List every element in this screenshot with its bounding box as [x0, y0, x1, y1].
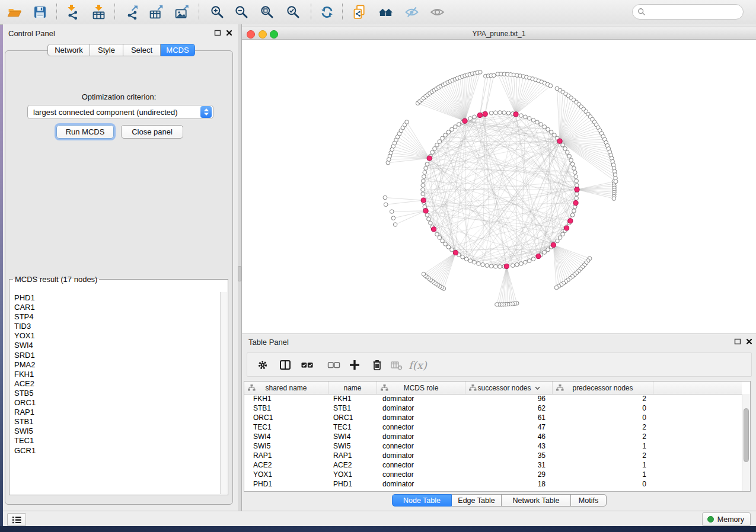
network-node[interactable]	[531, 118, 535, 123]
mcds-result-item[interactable]: SWI4	[14, 341, 227, 350]
open-session-button[interactable]	[4, 2, 24, 22]
table-row[interactable]: FKH1FKH1dominator962	[244, 394, 742, 403]
network-node[interactable]	[498, 111, 502, 115]
zoom-in-button[interactable]	[207, 2, 227, 22]
hide-selected-button[interactable]	[401, 2, 422, 22]
import-network-button[interactable]	[61, 2, 81, 22]
network-node[interactable]	[457, 123, 461, 127]
column-header-predecessors[interactable]: predecessor nodes	[553, 382, 653, 394]
network-node[interactable]	[423, 205, 427, 209]
network-mcds-node[interactable]	[536, 254, 541, 258]
network-node[interactable]	[464, 257, 468, 261]
mcds-result-item[interactable]: STB5	[14, 389, 227, 398]
mcds-result-item[interactable]: PMA2	[14, 360, 227, 370]
network-node[interactable]	[461, 255, 465, 259]
add-column-button[interactable]	[346, 356, 363, 374]
network-node[interactable]	[498, 265, 502, 269]
float-table-panel-button[interactable]	[733, 338, 742, 345]
mcds-result-item[interactable]: GCR1	[14, 446, 227, 456]
network-node[interactable]	[441, 136, 445, 140]
network-node[interactable]	[569, 158, 573, 162]
network-node[interactable]	[527, 259, 531, 263]
network-node[interactable]	[531, 257, 535, 261]
mcds-result-item[interactable]: PHD1	[14, 293, 227, 303]
network-node[interactable]	[543, 125, 547, 129]
network-graph[interactable]	[242, 40, 756, 334]
table-scrollbar-thumb[interactable]	[744, 408, 749, 462]
network-mcds-node[interactable]	[564, 226, 569, 230]
network-node[interactable]	[515, 262, 519, 267]
column-header-role[interactable]: MCDS role	[377, 382, 465, 394]
mcds-result-item[interactable]: FKH1	[14, 370, 227, 379]
network-node[interactable]	[570, 162, 575, 166]
criterion-select[interactable]: largest connected component (undirected)	[27, 105, 213, 119]
network-node[interactable]	[473, 260, 477, 264]
network-node[interactable]	[390, 210, 394, 214]
network-node[interactable]	[444, 242, 448, 246]
mcds-list-scrollbar[interactable]	[220, 292, 227, 494]
network-node[interactable]	[479, 70, 483, 74]
network-node[interactable]	[535, 120, 540, 124]
mcds-result-item[interactable]: TID3	[14, 322, 227, 331]
network-node[interactable]	[405, 120, 409, 124]
network-node[interactable]	[563, 147, 567, 151]
network-node[interactable]	[435, 232, 439, 236]
table-row[interactable]: ACE2ACE2connector311	[244, 460, 742, 470]
network-node[interactable]	[468, 117, 473, 121]
network-node[interactable]	[573, 171, 577, 175]
network-node[interactable]	[495, 303, 499, 307]
network-node[interactable]	[567, 154, 572, 158]
mcds-result-item[interactable]: SWI5	[14, 427, 227, 436]
refresh-button[interactable]	[317, 2, 337, 22]
network-node[interactable]	[429, 221, 433, 225]
network-node[interactable]	[393, 223, 397, 227]
network-node[interactable]	[468, 259, 473, 263]
export-table-button[interactable]	[146, 2, 166, 22]
network-mcds-node[interactable]	[462, 118, 467, 123]
network-node[interactable]	[546, 127, 550, 132]
tab-mcds[interactable]: MCDS	[161, 44, 195, 56]
select-all-button[interactable]	[298, 356, 316, 374]
search-input[interactable]	[649, 7, 738, 17]
network-node[interactable]	[422, 272, 426, 276]
network-mcds-node[interactable]	[573, 200, 578, 205]
network-node[interactable]	[444, 133, 448, 137]
mcds-result-item[interactable]: TEC1	[14, 436, 227, 446]
network-node[interactable]	[558, 236, 562, 240]
network-node[interactable]	[612, 197, 616, 201]
mcds-result-item[interactable]: SRD1	[14, 351, 227, 360]
save-session-button[interactable]	[30, 2, 50, 22]
network-node[interactable]	[561, 143, 565, 147]
column-header-successors[interactable]: successor nodes	[465, 382, 553, 394]
network-node[interactable]	[575, 179, 579, 183]
network-node[interactable]	[524, 115, 528, 119]
network-node[interactable]	[473, 115, 477, 119]
network-mcds-node[interactable]	[513, 112, 518, 117]
network-node[interactable]	[384, 203, 388, 207]
network-node[interactable]	[421, 188, 425, 192]
network-mcds-node[interactable]	[483, 111, 487, 116]
network-node[interactable]	[446, 130, 451, 134]
table-settings-button[interactable]	[254, 356, 272, 374]
column-header-name[interactable]: name	[328, 382, 377, 394]
deselect-all-button[interactable]	[325, 356, 343, 374]
mcds-result-item[interactable]: ORC1	[14, 398, 227, 408]
export-network-button[interactable]	[122, 2, 142, 22]
toggle-panes-button[interactable]	[276, 356, 294, 374]
network-node[interactable]	[561, 232, 565, 236]
network-node[interactable]	[519, 262, 524, 266]
network-node[interactable]	[575, 183, 579, 187]
tab-network[interactable]: Network	[47, 44, 90, 56]
mcds-result-item[interactable]: RAP1	[14, 408, 227, 417]
network-node[interactable]	[511, 264, 515, 268]
network-mcds-node[interactable]	[504, 264, 509, 268]
network-node[interactable]	[575, 196, 579, 200]
network-node[interactable]	[477, 262, 481, 266]
network-node[interactable]	[422, 175, 426, 179]
network-node[interactable]	[539, 123, 543, 127]
network-node[interactable]	[572, 166, 576, 171]
network-node[interactable]	[425, 162, 429, 166]
tab-motifs[interactable]: Motifs	[571, 494, 607, 507]
network-node[interactable]	[446, 245, 451, 249]
tab-style[interactable]: Style	[90, 44, 123, 56]
